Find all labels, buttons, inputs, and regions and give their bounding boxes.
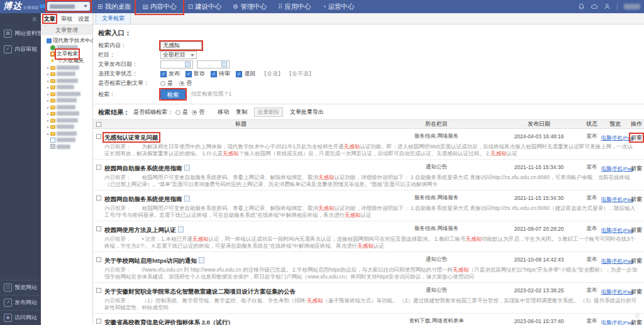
favorite-star-icon[interactable]: ☆ xyxy=(634,312,640,320)
tree-folder-node[interactable]: ▸ xyxy=(42,117,91,124)
preview-link[interactable]: 电脑 xyxy=(601,197,611,202)
tree-root-site-node[interactable]: 现代教学技术中心 xyxy=(42,38,91,45)
bell-icon[interactable] xyxy=(578,3,585,10)
open-new-window-link[interactable]: 新窗 xyxy=(631,289,642,295)
copy-button[interactable]: 复制 xyxy=(236,108,247,116)
select-all-link[interactable]: 【全选】 xyxy=(261,70,284,78)
tab-audit[interactable]: 审核 xyxy=(58,13,75,25)
article-title-link[interactable]: 关于安徽财贸职业学院常态化智慧教室建设二期项目设计方案征集的公告 xyxy=(104,288,296,295)
precise-yes-radio[interactable] xyxy=(175,110,180,115)
collapse-sidebar-icon[interactable]: ≡ xyxy=(33,15,36,23)
open-new-window-link[interactable]: 新窗 xyxy=(631,319,642,325)
checkbox-checked-icon[interactable]: ✓ xyxy=(211,71,217,77)
sidebar-item-content-audit[interactable]: ✓内容审核 xyxy=(0,41,41,57)
preview-link[interactable]: 手机 xyxy=(613,289,623,295)
sidebar-item-visit-site[interactable]: ◉访问网站 xyxy=(0,310,41,325)
site-selector-dropdown[interactable] xyxy=(47,2,90,11)
select-all-link[interactable]: 【全不选】 xyxy=(286,70,314,78)
checkbox-checked-icon[interactable]: ✓ xyxy=(186,71,192,77)
preview-link[interactable]: 手机 xyxy=(613,135,623,141)
checkbox-checked-icon[interactable]: ✓ xyxy=(236,71,242,77)
tab-article-search[interactable]: 文章检索 xyxy=(96,13,131,24)
calendar-icon[interactable] xyxy=(221,62,227,67)
move-button[interactable]: 移动 xyxy=(218,108,229,116)
redacted-username[interactable] xyxy=(624,4,640,9)
article-summary: 内容概要： （1）控制系统、教学督导端、教学监控、电子白板、学生考勤（招聘-无感… xyxy=(104,297,638,311)
preview-link[interactable]: 电脑 xyxy=(601,258,611,264)
row-checkbox[interactable] xyxy=(96,257,101,262)
cloud-icon[interactable] xyxy=(591,3,598,10)
tree-recycle-node[interactable] xyxy=(42,143,91,150)
preview-link[interactable]: 手机 xyxy=(613,258,623,264)
tree-folder-node[interactable]: ▸ xyxy=(42,91,91,97)
preview-link[interactable]: 手机 xyxy=(613,197,623,202)
folder-icon xyxy=(50,79,55,83)
menu-item-construction-center[interactable]: ⊡建设中心 xyxy=(182,0,227,13)
preview-link[interactable]: 电脑 xyxy=(601,320,611,325)
deleted-no-radio[interactable] xyxy=(179,81,184,86)
select-all-checkbox[interactable] xyxy=(96,122,101,127)
redacted-label xyxy=(57,85,74,89)
tree-favorites-node[interactable]: ★个人收藏夹 xyxy=(42,58,91,65)
search-button[interactable]: 检索 xyxy=(160,89,186,99)
sidebar-item-preview-site[interactable]: ◫预览网站 xyxy=(0,280,41,295)
article-title-link[interactable]: 校园网自助服务系统使用指南 xyxy=(104,196,182,202)
row-checkbox[interactable] xyxy=(96,226,101,231)
tree-folder-node[interactable]: ▸ xyxy=(42,71,91,78)
row-checkbox[interactable] xyxy=(96,288,101,293)
deleted-yes-radio[interactable] xyxy=(160,81,165,86)
date-to-input[interactable] xyxy=(197,60,230,69)
tree-folder-node[interactable]: ▸ xyxy=(42,97,91,104)
menu-item-operation-center[interactable]: ◔运营中心 xyxy=(317,0,360,13)
open-new-window-link[interactable]: 新窗 xyxy=(631,196,642,202)
preview-link[interactable]: 电脑 xyxy=(601,166,611,172)
article-title-link[interactable]: 无感知认证常见问题 xyxy=(104,134,158,141)
sidebar-item-site-material-management[interactable]: ▤网站资料管理 xyxy=(0,26,41,41)
open-new-window-link[interactable]: 新窗 xyxy=(631,258,642,264)
open-new-window-link[interactable]: 新窗 xyxy=(631,165,642,172)
menu-item-app-center[interactable]: ⠿应用中心 xyxy=(272,0,316,13)
row-checkbox[interactable] xyxy=(96,165,101,170)
tree-folder-node[interactable]: ▸ xyxy=(42,64,91,71)
preview-link[interactable]: 手机 xyxy=(613,228,623,233)
preview-link[interactable]: 手机 xyxy=(613,320,623,325)
search-hint: 指定检索范围？1 xyxy=(191,91,231,98)
row-checkbox[interactable] xyxy=(96,134,101,139)
article-title-link[interactable]: 校园网自助服务系统使用指南 xyxy=(104,165,182,172)
open-new-window-link[interactable]: 新窗 xyxy=(631,135,642,141)
article-title-link[interactable]: 关于学校网站启用https访问的通知 xyxy=(104,257,197,264)
preview-link[interactable]: 电脑 xyxy=(601,228,611,233)
article-title-link[interactable]: 校园网使用方法及上网认证 xyxy=(104,226,176,233)
calendar-icon[interactable] xyxy=(185,62,191,67)
summary-text: 无感知 xyxy=(318,205,335,211)
tree-folder-node[interactable]: ▸ xyxy=(42,124,91,131)
precise-no-radio[interactable] xyxy=(192,110,197,115)
article-title-link[interactable]: 安徽省高校教育信息化评价指标体系 2.0（试行） xyxy=(104,319,234,325)
state-checkbox-label: 退回 xyxy=(244,70,255,78)
checkbox-checked-icon[interactable]: ✓ xyxy=(160,71,167,77)
open-new-window-link[interactable]: 新窗 xyxy=(631,227,642,233)
menu-item-content-center[interactable]: ▤内容中心 xyxy=(136,0,182,13)
tree-folder-node[interactable]: ▸ xyxy=(42,130,91,137)
preview-link[interactable]: 手机 xyxy=(613,166,623,172)
user-icon[interactable] xyxy=(604,3,611,10)
menu-item-my-desktop[interactable]: ⊞我的桌面 xyxy=(92,0,136,13)
row-checkbox[interactable] xyxy=(96,196,101,201)
form-row-deleted: 是否检索已删文章： 是 否 xyxy=(98,79,639,88)
batch-export-button[interactable]: 文章批量导出 xyxy=(290,108,324,116)
date-from-input[interactable] xyxy=(160,60,193,69)
row-checkbox[interactable] xyxy=(96,319,101,324)
tree-folder-node[interactable]: ▸ xyxy=(42,104,91,111)
preview-link[interactable]: 电脑 xyxy=(601,135,611,141)
search-content-input[interactable]: 无感知 xyxy=(160,41,202,50)
preview-link[interactable]: 电脑 xyxy=(601,289,611,295)
tab-settings[interactable]: 设置 xyxy=(75,13,92,25)
tree-doc-node[interactable] xyxy=(42,137,91,144)
tree-folder-node[interactable]: ▸ xyxy=(42,77,91,84)
sidebar-item-publish-site[interactable]: ↗发布网站 xyxy=(0,295,41,310)
column-select[interactable]: 全部栏目 xyxy=(160,51,197,59)
tree-folder-node[interactable]: ▸ xyxy=(42,84,91,91)
menu-item-management-center[interactable]: ⚙管理中心 xyxy=(227,0,272,13)
tab-article[interactable]: 文章 xyxy=(41,13,58,25)
tree-folder-node[interactable]: ▸ xyxy=(42,111,91,118)
